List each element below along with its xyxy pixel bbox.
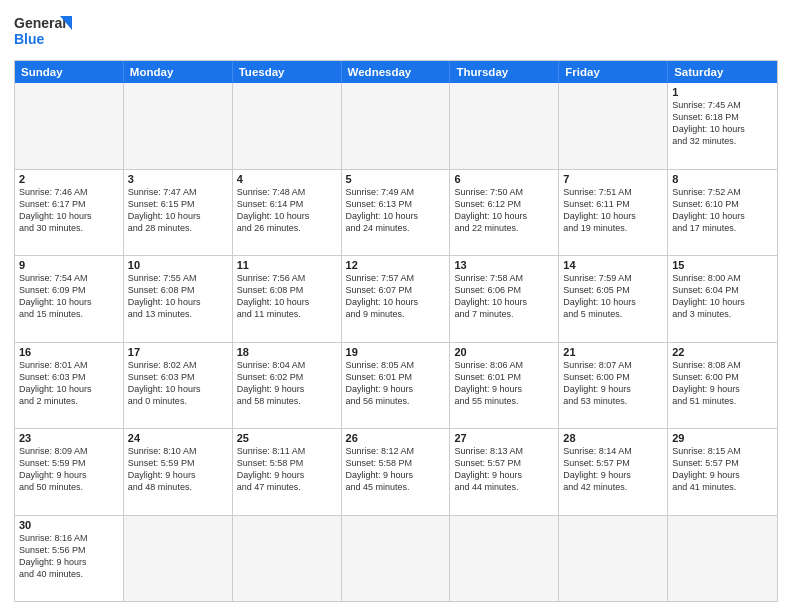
day-info: Sunrise: 7:58 AM Sunset: 6:06 PM Dayligh… <box>454 272 554 321</box>
weekday-header: Saturday <box>668 61 777 83</box>
calendar-cell: 30Sunrise: 8:16 AM Sunset: 5:56 PM Dayli… <box>15 516 124 602</box>
page: GeneralBlue SundayMondayTuesdayWednesday… <box>0 0 792 612</box>
day-number: 15 <box>672 259 773 271</box>
day-info: Sunrise: 7:52 AM Sunset: 6:10 PM Dayligh… <box>672 186 773 235</box>
logo-icon: GeneralBlue <box>14 12 74 52</box>
calendar-row: 23Sunrise: 8:09 AM Sunset: 5:59 PM Dayli… <box>15 428 777 515</box>
calendar-cell: 2Sunrise: 7:46 AM Sunset: 6:17 PM Daylig… <box>15 170 124 256</box>
calendar-cell <box>233 83 342 169</box>
calendar-cell: 18Sunrise: 8:04 AM Sunset: 6:02 PM Dayli… <box>233 343 342 429</box>
day-number: 17 <box>128 346 228 358</box>
logo: GeneralBlue <box>14 12 74 52</box>
day-info: Sunrise: 7:45 AM Sunset: 6:18 PM Dayligh… <box>672 99 773 148</box>
day-info: Sunrise: 7:48 AM Sunset: 6:14 PM Dayligh… <box>237 186 337 235</box>
day-number: 13 <box>454 259 554 271</box>
calendar-cell: 5Sunrise: 7:49 AM Sunset: 6:13 PM Daylig… <box>342 170 451 256</box>
day-info: Sunrise: 7:59 AM Sunset: 6:05 PM Dayligh… <box>563 272 663 321</box>
svg-text:General: General <box>14 15 66 31</box>
day-info: Sunrise: 8:09 AM Sunset: 5:59 PM Dayligh… <box>19 445 119 494</box>
day-number: 8 <box>672 173 773 185</box>
calendar-cell: 13Sunrise: 7:58 AM Sunset: 6:06 PM Dayli… <box>450 256 559 342</box>
calendar-cell: 17Sunrise: 8:02 AM Sunset: 6:03 PM Dayli… <box>124 343 233 429</box>
calendar-cell: 26Sunrise: 8:12 AM Sunset: 5:58 PM Dayli… <box>342 429 451 515</box>
day-number: 3 <box>128 173 228 185</box>
day-number: 1 <box>672 86 773 98</box>
calendar-cell: 28Sunrise: 8:14 AM Sunset: 5:57 PM Dayli… <box>559 429 668 515</box>
day-number: 27 <box>454 432 554 444</box>
day-info: Sunrise: 7:50 AM Sunset: 6:12 PM Dayligh… <box>454 186 554 235</box>
calendar-cell: 3Sunrise: 7:47 AM Sunset: 6:15 PM Daylig… <box>124 170 233 256</box>
weekday-header: Thursday <box>450 61 559 83</box>
calendar-cell <box>124 516 233 602</box>
day-number: 21 <box>563 346 663 358</box>
day-info: Sunrise: 8:13 AM Sunset: 5:57 PM Dayligh… <box>454 445 554 494</box>
day-number: 9 <box>19 259 119 271</box>
day-info: Sunrise: 7:46 AM Sunset: 6:17 PM Dayligh… <box>19 186 119 235</box>
calendar-cell <box>450 516 559 602</box>
calendar-row: 9Sunrise: 7:54 AM Sunset: 6:09 PM Daylig… <box>15 255 777 342</box>
calendar-row: 30Sunrise: 8:16 AM Sunset: 5:56 PM Dayli… <box>15 515 777 602</box>
day-info: Sunrise: 7:55 AM Sunset: 6:08 PM Dayligh… <box>128 272 228 321</box>
day-info: Sunrise: 7:51 AM Sunset: 6:11 PM Dayligh… <box>563 186 663 235</box>
day-number: 22 <box>672 346 773 358</box>
weekday-header: Wednesday <box>342 61 451 83</box>
calendar-cell <box>559 516 668 602</box>
day-number: 11 <box>237 259 337 271</box>
day-number: 4 <box>237 173 337 185</box>
calendar-cell: 11Sunrise: 7:56 AM Sunset: 6:08 PM Dayli… <box>233 256 342 342</box>
day-info: Sunrise: 8:15 AM Sunset: 5:57 PM Dayligh… <box>672 445 773 494</box>
calendar-cell: 23Sunrise: 8:09 AM Sunset: 5:59 PM Dayli… <box>15 429 124 515</box>
day-number: 6 <box>454 173 554 185</box>
day-info: Sunrise: 8:08 AM Sunset: 6:00 PM Dayligh… <box>672 359 773 408</box>
day-number: 7 <box>563 173 663 185</box>
calendar-cell: 25Sunrise: 8:11 AM Sunset: 5:58 PM Dayli… <box>233 429 342 515</box>
svg-text:Blue: Blue <box>14 31 45 47</box>
calendar-cell: 22Sunrise: 8:08 AM Sunset: 6:00 PM Dayli… <box>668 343 777 429</box>
header: GeneralBlue <box>14 12 778 52</box>
calendar-cell: 1Sunrise: 7:45 AM Sunset: 6:18 PM Daylig… <box>668 83 777 169</box>
day-info: Sunrise: 8:04 AM Sunset: 6:02 PM Dayligh… <box>237 359 337 408</box>
calendar-cell <box>559 83 668 169</box>
calendar-cell: 24Sunrise: 8:10 AM Sunset: 5:59 PM Dayli… <box>124 429 233 515</box>
day-number: 29 <box>672 432 773 444</box>
calendar-cell: 29Sunrise: 8:15 AM Sunset: 5:57 PM Dayli… <box>668 429 777 515</box>
day-number: 16 <box>19 346 119 358</box>
calendar-row: 1Sunrise: 7:45 AM Sunset: 6:18 PM Daylig… <box>15 83 777 169</box>
calendar-cell: 16Sunrise: 8:01 AM Sunset: 6:03 PM Dayli… <box>15 343 124 429</box>
calendar-cell: 8Sunrise: 7:52 AM Sunset: 6:10 PM Daylig… <box>668 170 777 256</box>
calendar-row: 2Sunrise: 7:46 AM Sunset: 6:17 PM Daylig… <box>15 169 777 256</box>
calendar-cell <box>450 83 559 169</box>
calendar-cell: 15Sunrise: 8:00 AM Sunset: 6:04 PM Dayli… <box>668 256 777 342</box>
day-number: 18 <box>237 346 337 358</box>
day-number: 30 <box>19 519 119 531</box>
day-info: Sunrise: 7:54 AM Sunset: 6:09 PM Dayligh… <box>19 272 119 321</box>
calendar-cell: 6Sunrise: 7:50 AM Sunset: 6:12 PM Daylig… <box>450 170 559 256</box>
day-info: Sunrise: 8:06 AM Sunset: 6:01 PM Dayligh… <box>454 359 554 408</box>
day-info: Sunrise: 8:02 AM Sunset: 6:03 PM Dayligh… <box>128 359 228 408</box>
calendar-cell <box>342 83 451 169</box>
calendar-cell: 9Sunrise: 7:54 AM Sunset: 6:09 PM Daylig… <box>15 256 124 342</box>
weekday-header: Monday <box>124 61 233 83</box>
day-number: 20 <box>454 346 554 358</box>
day-info: Sunrise: 8:05 AM Sunset: 6:01 PM Dayligh… <box>346 359 446 408</box>
calendar-cell <box>342 516 451 602</box>
weekday-header: Sunday <box>15 61 124 83</box>
calendar-cell <box>668 516 777 602</box>
day-info: Sunrise: 7:56 AM Sunset: 6:08 PM Dayligh… <box>237 272 337 321</box>
day-number: 10 <box>128 259 228 271</box>
day-number: 26 <box>346 432 446 444</box>
day-number: 28 <box>563 432 663 444</box>
weekday-header: Friday <box>559 61 668 83</box>
calendar-cell <box>233 516 342 602</box>
day-number: 5 <box>346 173 446 185</box>
day-number: 24 <box>128 432 228 444</box>
calendar-cell: 10Sunrise: 7:55 AM Sunset: 6:08 PM Dayli… <box>124 256 233 342</box>
day-number: 25 <box>237 432 337 444</box>
day-info: Sunrise: 7:49 AM Sunset: 6:13 PM Dayligh… <box>346 186 446 235</box>
day-info: Sunrise: 7:47 AM Sunset: 6:15 PM Dayligh… <box>128 186 228 235</box>
day-number: 23 <box>19 432 119 444</box>
day-info: Sunrise: 8:11 AM Sunset: 5:58 PM Dayligh… <box>237 445 337 494</box>
calendar-body: 1Sunrise: 7:45 AM Sunset: 6:18 PM Daylig… <box>15 83 777 601</box>
calendar-cell <box>124 83 233 169</box>
calendar-cell: 12Sunrise: 7:57 AM Sunset: 6:07 PM Dayli… <box>342 256 451 342</box>
